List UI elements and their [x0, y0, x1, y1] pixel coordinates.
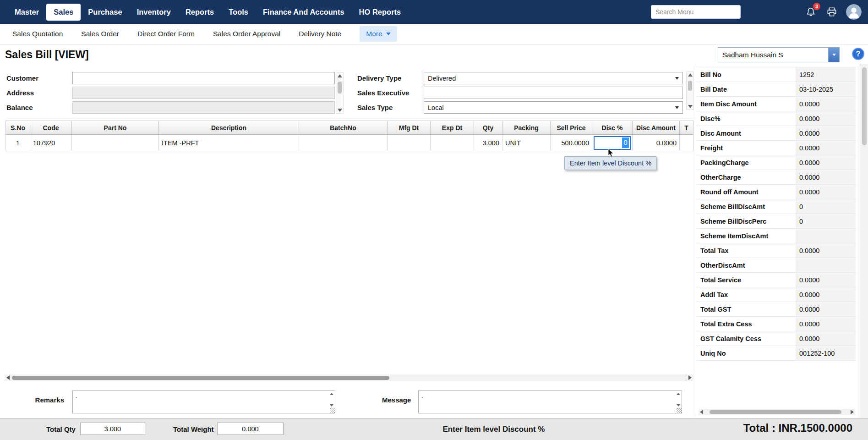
scroll-up-icon[interactable] — [677, 393, 680, 395]
cell-part-no[interactable] — [72, 135, 159, 151]
scroll-up-icon[interactable] — [330, 393, 333, 395]
scroll-down-icon[interactable] — [338, 109, 342, 112]
page-vertical-scrollbar[interactable] — [860, 64, 868, 418]
cell-sell-price[interactable]: 500.0000 — [551, 135, 592, 151]
header-sell-price[interactable]: Sell Price — [551, 121, 592, 135]
scroll-down-icon[interactable] — [688, 105, 693, 108]
nav-item-inventory[interactable]: Inventory — [130, 4, 178, 21]
nav-item-tools[interactable]: Tools — [221, 4, 256, 21]
user-avatar[interactable] — [846, 4, 862, 20]
nav-item-finance-and-accounts[interactable]: Finance And Accounts — [256, 4, 352, 21]
user-select-dropdown-button[interactable] — [828, 48, 839, 62]
cell-description[interactable]: ITEM -PRFT — [159, 135, 299, 151]
customer-panel-scrollbar[interactable] — [336, 72, 344, 114]
nav-item-purchase[interactable]: Purchase — [81, 4, 129, 21]
scroll-left-icon[interactable] — [700, 410, 703, 414]
message-textarea[interactable]: . — [418, 390, 682, 413]
subnav-item-direct-order-form[interactable]: Direct Order Form — [137, 30, 195, 38]
header-sno[interactable]: S.No — [5, 121, 30, 135]
scrollbar-thumb[interactable] — [12, 376, 389, 380]
print-button[interactable] — [826, 6, 838, 18]
scroll-right-icon[interactable] — [851, 410, 854, 414]
scroll-left-icon[interactable] — [6, 375, 10, 380]
summary-row: Total Service0.0000 — [697, 273, 856, 287]
scrollbar-thumb[interactable] — [862, 67, 867, 145]
nav-item-ho-reports[interactable]: HO Reports — [352, 4, 409, 21]
total-qty-input[interactable] — [80, 423, 145, 435]
summary-row: PackingCharge0.0000 — [697, 155, 856, 170]
balance-input — [72, 101, 335, 114]
cell-sno[interactable]: 1 — [5, 135, 30, 151]
scrollbar-thumb[interactable] — [710, 410, 841, 414]
sales-type-select[interactable]: Local — [424, 101, 683, 114]
delivery-type-value: Delivered — [428, 75, 456, 82]
grid-horizontal-scrollbar[interactable] — [5, 374, 693, 381]
scroll-down-icon[interactable] — [330, 404, 333, 407]
customer-input[interactable] — [72, 72, 335, 84]
subnav-item-sales-order-approval[interactable]: Sales Order Approval — [213, 30, 280, 38]
sales-executive-input[interactable] — [424, 87, 683, 99]
scroll-up-icon[interactable] — [338, 74, 342, 77]
cell-batch-no[interactable] — [299, 135, 388, 151]
cell-qty[interactable]: 3.000 — [474, 135, 502, 151]
cell-packing[interactable]: UNIT — [502, 135, 551, 151]
resize-grip-icon[interactable] — [330, 408, 335, 413]
cell-disc-amount[interactable]: 0.0000 — [633, 135, 680, 151]
address-label: Address — [6, 89, 34, 97]
summary-row: OtherDiscAmt — [697, 258, 856, 273]
total-weight-input[interactable] — [217, 423, 284, 435]
header-packing[interactable]: Packing — [502, 121, 551, 135]
header-mfg-dt[interactable]: Mfg Dt — [388, 121, 431, 135]
total-qty-label: Total Qty — [46, 425, 76, 433]
summary-row: Scheme BillDiscAmt0 — [697, 199, 856, 214]
header-code[interactable]: Code — [30, 121, 72, 135]
scroll-up-icon[interactable] — [688, 73, 693, 77]
subnav-more-menu[interactable]: More — [360, 26, 397, 42]
nav-item-sales[interactable]: Sales — [46, 4, 81, 21]
cell-mfg-dt[interactable] — [388, 135, 431, 151]
header-disc-amount[interactable]: Disc Amount — [633, 121, 680, 135]
sales-type-label: Sales Type — [357, 104, 393, 111]
resize-grip-icon[interactable] — [677, 408, 682, 413]
notifications-button[interactable]: 3 — [805, 6, 817, 18]
summary-horizontal-scrollbar[interactable] — [699, 409, 855, 415]
subnav-item-delivery-note[interactable]: Delivery Note — [299, 30, 341, 38]
help-button[interactable]: ? — [852, 48, 864, 60]
summary-value: 0.0000 — [796, 331, 856, 346]
person-icon — [846, 4, 862, 20]
disc-pct-input[interactable]: 0 — [594, 136, 631, 150]
page-title: Sales Bill [VIEW] — [5, 49, 89, 61]
header-disc-pct[interactable]: Disc % — [592, 121, 633, 135]
summary-label: Bill No — [697, 67, 796, 82]
summary-row: Scheme ItemDiscAmt — [697, 229, 856, 243]
search-input[interactable] — [651, 5, 741, 19]
summary-value: 0.0000 — [796, 287, 856, 302]
remarks-textarea[interactable]: . — [72, 390, 335, 413]
remarks-label: Remarks — [25, 396, 64, 404]
scrollbar-thumb[interactable] — [338, 82, 342, 94]
nav-item-reports[interactable]: Reports — [178, 4, 221, 21]
header-tax-cut[interactable]: T — [680, 121, 693, 135]
nav-item-master[interactable]: Master — [7, 4, 46, 21]
header-part-no[interactable]: Part No — [72, 121, 159, 135]
cell-tax-cut[interactable] — [680, 135, 693, 151]
header-qty[interactable]: Qty — [474, 121, 502, 135]
delivery-type-label: Delivery Type — [357, 74, 401, 82]
summary-value: 0 — [796, 199, 856, 214]
scroll-right-icon[interactable] — [688, 375, 692, 380]
user-select[interactable]: Sadham Hussain S — [718, 47, 840, 62]
header-form-scrollbar[interactable] — [686, 72, 694, 110]
scroll-down-icon[interactable] — [677, 404, 680, 407]
user-select-value: Sadham Hussain S — [718, 48, 828, 62]
summary-value: 0.0000 — [796, 273, 856, 287]
cell-code[interactable]: 107920 — [30, 135, 72, 151]
subnav-item-sales-order[interactable]: Sales Order — [81, 30, 119, 38]
cell-exp-dt[interactable] — [431, 135, 474, 151]
header-batch-no[interactable]: BatchNo — [299, 121, 388, 135]
delivery-type-select[interactable]: Delivered — [424, 72, 683, 84]
message-label: Message — [382, 396, 410, 404]
scrollbar-thumb[interactable] — [688, 81, 692, 91]
header-exp-dt[interactable]: Exp Dt — [431, 121, 474, 135]
subnav-item-sales-quotation[interactable]: Sales Quotation — [12, 30, 63, 38]
header-description[interactable]: Description — [159, 121, 299, 135]
